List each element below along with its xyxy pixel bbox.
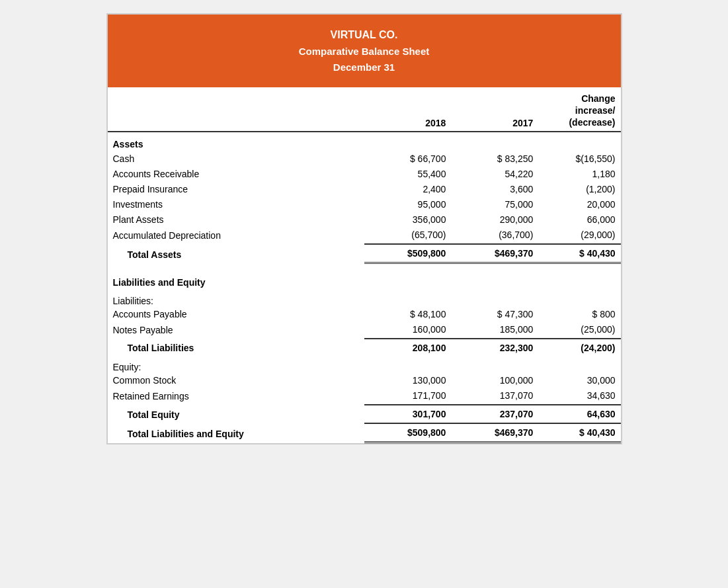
row-2017: 75,000: [451, 198, 538, 213]
total-assets-row: Total Assets $509,800 $469,370 $ 40,430: [108, 244, 621, 263]
row-label: Common Stock: [108, 374, 364, 389]
total-assets-2017: $469,370: [451, 244, 538, 263]
row-2018: 95,000: [364, 198, 452, 213]
report-date: December 31: [114, 60, 614, 75]
total-liabilities-2017: 232,300: [451, 339, 538, 357]
table-row: Investments 95,000 75,000 20,000: [108, 198, 621, 213]
equity-label: Equity:: [108, 357, 364, 374]
equity-subheader: Equity:: [108, 357, 621, 374]
row-2017: 100,000: [451, 374, 538, 389]
row-label: Accumulated Depreciation: [108, 228, 364, 244]
table-row: Common Stock 130,000 100,000 30,000: [108, 374, 621, 389]
row-2018: 356,000: [364, 213, 452, 228]
total-assets-2018: $509,800: [364, 244, 452, 263]
table-row: Plant Assets 356,000 290,000 66,000: [108, 213, 621, 228]
table-row: Prepaid Insurance 2,400 3,600 (1,200): [108, 183, 621, 198]
row-label: Retained Earnings: [108, 389, 364, 405]
liabilities-equity-label: Liabilities and Equity: [108, 271, 364, 290]
table-row: Notes Payable 160,000 185,000 (25,000): [108, 323, 621, 339]
total-equity-2017: 237,070: [451, 405, 538, 423]
row-change: $(16,550): [538, 152, 620, 167]
assets-label: Assets: [108, 132, 364, 152]
row-label: Notes Payable: [108, 323, 364, 339]
row-2017: (36,700): [451, 228, 538, 244]
total-equity-label: Total Equity: [108, 405, 364, 423]
total-liabilities-equity-2018: $509,800: [364, 423, 452, 442]
row-2017: $ 83,250: [451, 152, 538, 167]
total-assets-change: $ 40,430: [538, 244, 620, 263]
total-equity-row: Total Equity 301,700 237,070 64,630: [108, 405, 621, 423]
row-2018: 130,000: [364, 374, 452, 389]
row-2017: 54,220: [451, 167, 538, 183]
table-row: Accounts Payable $ 48,100 $ 47,300 $ 800: [108, 308, 621, 323]
row-2017: 137,070: [451, 389, 538, 405]
liabilities-equity-header: Liabilities and Equity: [108, 271, 621, 290]
total-liabilities-equity-label: Total Liabilities and Equity: [108, 423, 364, 442]
row-change: 1,180: [538, 167, 620, 183]
spacer-row: [108, 263, 621, 271]
row-2017: $ 47,300: [451, 308, 538, 323]
assets-section-header: Assets: [108, 132, 621, 152]
table-row: Cash $ 66,700 $ 83,250 $(16,550): [108, 152, 621, 167]
total-liabilities-equity-row: Total Liabilities and Equity $509,800 $4…: [108, 423, 621, 442]
row-label: Cash: [108, 152, 364, 167]
total-liabilities-equity-change: $ 40,430: [538, 423, 620, 442]
row-2018: 171,700: [364, 389, 452, 405]
row-2018: 160,000: [364, 323, 452, 339]
total-liabilities-label: Total Liabilities: [108, 339, 364, 357]
row-label: Accounts Receivable: [108, 167, 364, 183]
row-change: (1,200): [538, 183, 620, 198]
total-liabilities-change: (24,200): [538, 339, 620, 357]
row-2018: 2,400: [364, 183, 452, 198]
table-header: VIRTUAL CO. Comparative Balance Sheet De…: [108, 15, 621, 87]
total-liabilities-row: Total Liabilities 208,100 232,300 (24,20…: [108, 339, 621, 357]
col-header-2018: 2018: [364, 87, 452, 132]
row-change: 30,000: [538, 374, 620, 389]
row-label: Investments: [108, 198, 364, 213]
total-assets-label: Total Assets: [108, 244, 364, 263]
table-row: Retained Earnings 171,700 137,070 34,630: [108, 389, 621, 405]
row-change: 20,000: [538, 198, 620, 213]
table-row: Accumulated Depreciation (65,700) (36,70…: [108, 228, 621, 244]
row-change: 34,630: [538, 389, 620, 405]
liabilities-subheader: Liabilities:: [108, 290, 621, 308]
total-liabilities-2018: 208,100: [364, 339, 452, 357]
row-2017: 185,000: [451, 323, 538, 339]
total-equity-change: 64,630: [538, 405, 620, 423]
company-name: VIRTUAL CO.: [114, 26, 614, 44]
row-2018: $ 48,100: [364, 308, 452, 323]
col-header-change: Change increase/ (decrease): [538, 87, 620, 132]
balance-sheet-container: VIRTUAL CO. Comparative Balance Sheet De…: [106, 13, 622, 444]
table-row: Accounts Receivable 55,400 54,220 1,180: [108, 167, 621, 183]
row-change: (25,000): [538, 323, 620, 339]
row-change: 66,000: [538, 213, 620, 228]
row-label: Accounts Payable: [108, 308, 364, 323]
row-label: Prepaid Insurance: [108, 183, 364, 198]
row-change: $ 800: [538, 308, 620, 323]
row-2018: 55,400: [364, 167, 452, 183]
row-change: (29,000): [538, 228, 620, 244]
report-title: Comparative Balance Sheet: [114, 44, 614, 60]
row-2017: 3,600: [451, 183, 538, 198]
row-2018: (65,700): [364, 228, 452, 244]
row-2018: $ 66,700: [364, 152, 452, 167]
row-2017: 290,000: [451, 213, 538, 228]
total-equity-2018: 301,700: [364, 405, 452, 423]
liabilities-label: Liabilities:: [108, 290, 364, 308]
col-header-label: [108, 87, 364, 132]
total-liabilities-equity-2017: $469,370: [451, 423, 538, 442]
col-header-2017: 2017: [451, 87, 538, 132]
row-label: Plant Assets: [108, 213, 364, 228]
